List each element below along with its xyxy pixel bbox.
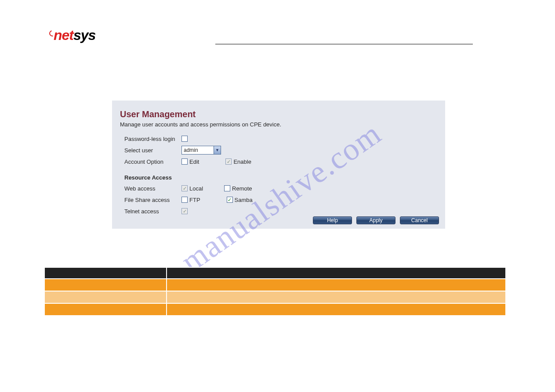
row-accountoption: Account Option Edit ✓ Enable <box>124 157 437 166</box>
table-cell <box>167 279 506 291</box>
logo: netsys <box>49 27 95 43</box>
user-management-panel: User Management Manage user accounts and… <box>112 101 445 229</box>
logo-part1: net <box>54 27 73 43</box>
help-button[interactable]: Help <box>313 216 352 224</box>
table-cell <box>167 303 506 316</box>
fileshare-label: File Share access <box>124 197 181 203</box>
table-row <box>44 303 506 316</box>
logo-part2: sys <box>73 27 95 43</box>
header-divider <box>215 44 473 44</box>
selectuser-value: admin <box>184 147 198 153</box>
info-table <box>44 267 506 316</box>
cancel-button[interactable]: Cancel <box>400 216 439 224</box>
button-bar: Help Apply Cancel <box>313 216 439 224</box>
table-row <box>44 291 506 303</box>
samba-label: Samba <box>235 197 253 203</box>
ftp-checkbox[interactable] <box>181 197 188 203</box>
samba-checkbox[interactable]: ✓ <box>227 197 233 203</box>
resource-access-heading: Resource Access <box>124 174 437 181</box>
row-fileshare: File Share access FTP ✓ Samba <box>124 195 437 205</box>
table-header-1 <box>44 267 167 279</box>
chevron-down-icon: ▼ <box>214 146 221 154</box>
webaccess-label: Web access <box>124 185 181 192</box>
selectuser-dropdown[interactable]: admin ▼ <box>181 146 221 155</box>
row-telnet: Telnet access ✓ <box>124 206 437 216</box>
local-label: Local <box>189 185 203 192</box>
enable-label: Enable <box>233 158 251 165</box>
table-cell <box>167 291 506 303</box>
selectuser-label: Select user <box>124 147 181 154</box>
apply-button[interactable]: Apply <box>356 216 395 224</box>
panel-title: User Management <box>120 109 437 119</box>
row-selectuser: Select user admin ▼ <box>124 145 437 155</box>
remote-checkbox[interactable] <box>224 185 230 191</box>
passwordless-checkbox[interactable] <box>181 136 188 142</box>
ftp-label: FTP <box>189 197 200 203</box>
table-cell <box>44 279 167 291</box>
passwordless-label: Password-less login <box>124 136 181 142</box>
telnet-checkbox[interactable]: ✓ <box>181 208 188 214</box>
edit-label: Edit <box>189 158 199 165</box>
row-webaccess: Web access ✓ Local Remote <box>124 183 437 193</box>
panel-subtitle: Manage user accounts and access permissi… <box>120 121 437 128</box>
enable-checkbox[interactable]: ✓ <box>225 158 232 165</box>
local-checkbox[interactable]: ✓ <box>181 185 188 191</box>
table-header-2 <box>167 267 506 279</box>
table-cell <box>44 291 167 303</box>
table-cell <box>44 303 167 316</box>
edit-checkbox[interactable] <box>181 158 188 165</box>
accountoption-label: Account Option <box>124 158 181 165</box>
row-passwordless: Password-less login <box>124 134 437 144</box>
telnet-label: Telnet access <box>124 208 181 215</box>
remote-label: Remote <box>232 185 252 192</box>
table-row <box>44 279 506 291</box>
